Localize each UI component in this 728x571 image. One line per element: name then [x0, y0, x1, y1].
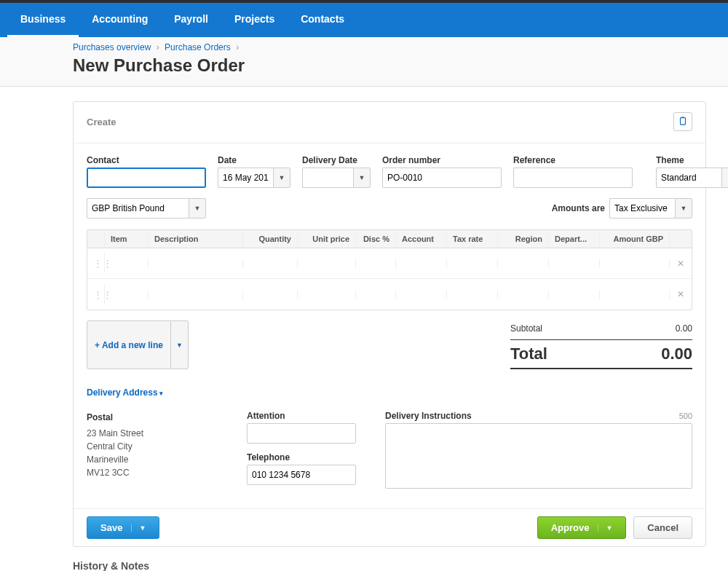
total-value: 0.00 — [661, 344, 692, 363]
col-qty: Quantity — [243, 230, 298, 248]
telephone-input[interactable] — [247, 465, 356, 485]
col-region: Region — [498, 230, 549, 248]
date-input[interactable] — [218, 168, 273, 188]
theme-label: Theme — [656, 155, 728, 165]
line-item-row[interactable]: ⋮⋮ ✕ — [87, 248, 692, 279]
postal-address: Postal 23 Main Street Central City Marin… — [87, 411, 218, 494]
attention-label: Attention — [247, 411, 356, 421]
currency-caret-icon[interactable]: ▼ — [189, 198, 206, 218]
order-number-input[interactable] — [382, 168, 502, 188]
cancel-button[interactable]: Cancel — [633, 516, 692, 539]
page-title: New Purchase Order — [73, 55, 728, 76]
amounts-are-label: Amounts are — [552, 203, 605, 213]
col-dept: Depart... — [549, 230, 600, 248]
save-caret-icon[interactable]: ▼ — [131, 524, 146, 532]
breadcrumb-l2[interactable]: Purchase Orders — [165, 42, 231, 52]
delivery-address-toggle[interactable]: Delivery Address — [87, 387, 163, 398]
amounts-are-select[interactable] — [609, 198, 675, 218]
col-amt: Amount GBP — [600, 230, 670, 248]
create-label: Create — [87, 117, 116, 127]
telephone-label: Telephone — [247, 452, 356, 462]
contact-input[interactable] — [87, 168, 206, 188]
currency-select[interactable] — [87, 198, 189, 218]
col-item: Item — [105, 230, 149, 248]
total-label: Total — [510, 344, 547, 363]
line-items-table: Item Description Quantity Unit price Dis… — [87, 229, 692, 310]
save-button[interactable]: Save▼ — [87, 516, 159, 539]
date-caret-icon[interactable]: ▼ — [273, 168, 290, 188]
svg-rect-0 — [681, 118, 686, 125]
reference-input[interactable] — [513, 168, 633, 188]
subtotal-label: Subtotal — [510, 323, 542, 334]
nav-projects[interactable]: Projects — [221, 3, 288, 37]
po-panel: Create Contact Date ▼ Deli — [73, 101, 706, 547]
reference-label: Reference — [513, 155, 633, 165]
add-line-button[interactable]: + Add a new line — [87, 320, 171, 369]
page-header: Purchases overview › Purchase Orders › N… — [0, 37, 728, 87]
amounts-are-caret-icon[interactable]: ▼ — [675, 198, 692, 218]
col-price: Unit price — [298, 230, 356, 248]
order-number-label: Order number — [382, 155, 502, 165]
attention-input[interactable] — [247, 423, 356, 444]
delivery-date-input[interactable] — [302, 168, 353, 188]
print-icon[interactable] — [673, 112, 692, 131]
approve-button[interactable]: Approve▼ — [537, 516, 627, 539]
theme-select[interactable] — [656, 168, 721, 188]
approve-caret-icon[interactable]: ▼ — [598, 524, 612, 532]
delete-row-icon[interactable]: ✕ — [677, 289, 684, 299]
contact-label: Contact — [87, 155, 206, 165]
history-title: History & Notes — [73, 547, 706, 571]
delivery-instructions-input[interactable] — [385, 423, 692, 489]
nav-payroll[interactable]: Payroll — [161, 3, 221, 37]
date-label: Date — [218, 155, 290, 165]
delivery-date-label: Delivery Date — [302, 155, 371, 165]
subtotal-value: 0.00 — [676, 323, 692, 334]
delivery-instructions-count: 500 — [679, 411, 692, 420]
theme-caret-icon[interactable]: ▼ — [721, 168, 728, 188]
breadcrumb: Purchases overview › Purchase Orders › — [73, 42, 728, 52]
col-disc: Disc % — [356, 230, 396, 248]
nav-business[interactable]: Business — [7, 3, 79, 37]
delete-row-icon[interactable]: ✕ — [677, 259, 684, 269]
delivery-instructions-label: Delivery Instructions — [385, 411, 472, 421]
line-item-row[interactable]: ⋮⋮ ✕ — [87, 279, 692, 310]
nav-accounting[interactable]: Accounting — [79, 3, 161, 37]
col-desc: Description — [149, 230, 243, 248]
nav-contacts[interactable]: Contacts — [288, 3, 357, 37]
col-tax: Tax rate — [447, 230, 498, 248]
main-nav: Business Accounting Payroll Projects Con… — [0, 3, 728, 37]
col-acct: Account — [396, 230, 447, 248]
delivery-date-caret-icon[interactable]: ▼ — [353, 168, 371, 188]
breadcrumb-l1[interactable]: Purchases overview — [73, 42, 151, 52]
add-line-caret-icon[interactable]: ▼ — [171, 320, 189, 369]
